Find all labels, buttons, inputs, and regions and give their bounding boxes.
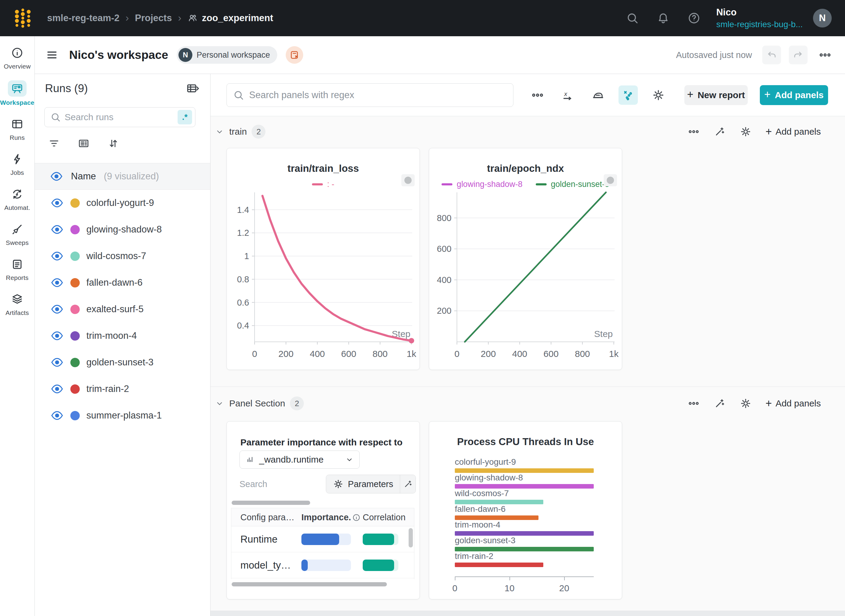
- search-icon[interactable]: [626, 12, 639, 25]
- group-list-icon[interactable]: [78, 137, 90, 150]
- metric-dropdown[interactable]: _wandb.runtime: [239, 450, 360, 469]
- run-name: colorful-yogurt-9: [87, 198, 154, 208]
- user-block[interactable]: Nico smle-registries-bug-b...: [716, 7, 803, 29]
- sidebar-item-artifacts[interactable]: Artifacts: [6, 292, 29, 317]
- panel-parameter-importance[interactable]: Parameter importance with respect to _wa…: [226, 421, 420, 599]
- breadcrumb-team[interactable]: smle-reg-team-2: [47, 13, 119, 23]
- section-title[interactable]: train: [229, 126, 247, 137]
- run-list-item[interactable]: wild-cosmos-7: [35, 243, 210, 269]
- sidebar-item-sweeps[interactable]: Sweeps: [6, 221, 29, 246]
- panel-overflow-menu-button[interactable]: [528, 85, 547, 105]
- param-table-row[interactable]: Runtime: [231, 526, 414, 552]
- sidebar-item-runs[interactable]: Runs: [10, 117, 25, 141]
- collapse-sidebar-icon[interactable]: [45, 48, 59, 62]
- help-icon[interactable]: [687, 12, 701, 25]
- visibility-eye-icon[interactable]: [50, 196, 64, 210]
- breadcrumb-projects[interactable]: Projects: [135, 13, 172, 23]
- run-list-item[interactable]: trim-moon-4: [35, 323, 210, 349]
- visibility-eye-icon[interactable]: [50, 223, 64, 236]
- panel-epoch-ndx[interactable]: train/epoch_ndx glowing-shadow-8golden-s…: [429, 148, 622, 370]
- new-report-button[interactable]: +New report: [684, 85, 748, 105]
- run-list-item[interactable]: colorful-yogurt-9: [35, 190, 210, 216]
- section-add-panels-button[interactable]: +Add panels: [766, 125, 821, 138]
- workspace-settings-button[interactable]: [649, 85, 668, 105]
- panel-search-box[interactable]: [226, 84, 513, 107]
- parameters-filter-button[interactable]: Parameters: [326, 475, 400, 493]
- runs-search-box[interactable]: .*: [44, 107, 195, 127]
- visibility-eye-icon[interactable]: [50, 409, 64, 422]
- breadcrumb-project[interactable]: zoo_experiment: [187, 13, 273, 23]
- panel-drag-handle[interactable]: [401, 174, 415, 186]
- filter-icon[interactable]: [48, 137, 60, 150]
- avatar[interactable]: N: [813, 9, 832, 28]
- runs-visibility-header[interactable]: Name (9 visualized): [35, 163, 210, 190]
- personal-workspace-badge[interactable]: N Personal workspace: [177, 46, 277, 64]
- chevron-down-icon[interactable]: [215, 399, 224, 408]
- smoothing-button[interactable]: [588, 85, 607, 105]
- horizontal-scrollbar[interactable]: [232, 582, 414, 587]
- add-panels-button[interactable]: +Add panels: [760, 85, 828, 105]
- column-header-correlation[interactable]: Correlation: [363, 512, 406, 522]
- overflow-menu-icon[interactable]: [819, 48, 832, 62]
- workspace-title[interactable]: Nico's workspace: [69, 48, 168, 62]
- sidebar-item-workspace[interactable]: Workspace: [0, 80, 34, 106]
- wandb-logo-icon[interactable]: [13, 8, 33, 28]
- column-header-config-param[interactable]: Config para…: [241, 512, 295, 522]
- wandb-workspace-app: smle-reg-team-2 › Projects › zoo_experim…: [0, 0, 845, 616]
- visibility-eye-icon[interactable]: [50, 249, 64, 263]
- visibility-eye-icon[interactable]: [50, 302, 64, 316]
- section-title[interactable]: Panel Section: [229, 398, 285, 409]
- chevron-down-icon[interactable]: [215, 127, 224, 136]
- dots-menu-icon[interactable]: [688, 397, 700, 409]
- svg-text:1.2: 1.2: [237, 228, 249, 238]
- param-table-row[interactable]: model_ty…: [231, 552, 414, 578]
- point-visualization-button[interactable]: [619, 85, 638, 105]
- vertical-scrollbar[interactable]: [409, 528, 413, 547]
- main-panel-area: x +New report +Add panels train 2 +Add p…: [210, 74, 845, 616]
- run-list-item[interactable]: golden-sunset-3: [35, 349, 210, 375]
- magic-wand-button[interactable]: [400, 475, 415, 493]
- gear-icon[interactable]: [739, 126, 752, 138]
- visibility-eye-icon[interactable]: [50, 356, 64, 369]
- user-org-link[interactable]: smle-registries-bug-b...: [716, 20, 803, 29]
- run-list-item[interactable]: trim-rain-2: [35, 375, 210, 402]
- sparkle-wand-icon[interactable]: [714, 126, 726, 138]
- sidebar-item-jobs[interactable]: Jobs: [10, 152, 25, 176]
- panel-search-input[interactable]: [249, 90, 507, 101]
- notifications-bell-icon[interactable]: [657, 12, 670, 25]
- gear-icon: [333, 479, 344, 490]
- team-people-icon: [187, 13, 198, 23]
- column-header-importance[interactable]: Importance.: [301, 512, 361, 522]
- panel-drag-handle[interactable]: [604, 174, 617, 186]
- runs-search-input[interactable]: [65, 112, 174, 122]
- regex-toggle-chip[interactable]: .*: [178, 110, 192, 125]
- gear-icon[interactable]: [739, 397, 752, 409]
- visibility-eye-icon[interactable]: [50, 382, 64, 396]
- visibility-eye-icon[interactable]: [50, 329, 64, 342]
- param-search-input[interactable]: [239, 479, 318, 489]
- visibility-eye-icon[interactable]: [50, 170, 63, 183]
- x-axis-settings-button[interactable]: x: [558, 85, 577, 105]
- sidebar-item-reports[interactable]: Reports: [6, 257, 29, 282]
- sparkle-wand-icon[interactable]: [714, 397, 726, 409]
- expand-runs-table-icon[interactable]: [184, 82, 201, 95]
- section-controls: +Add panels: [688, 125, 821, 138]
- section-add-panels-button[interactable]: +Add panels: [766, 397, 821, 410]
- undo-button[interactable]: [762, 45, 781, 64]
- sort-icon[interactable]: [107, 137, 119, 150]
- run-list-item[interactable]: fallen-dawn-6: [35, 269, 210, 296]
- unsaved-panels-chip[interactable]: [286, 46, 303, 64]
- visibility-eye-icon[interactable]: [50, 276, 64, 289]
- panel-train-loss[interactable]: train/train_loss : - 0.40.60.811.21.4020…: [226, 148, 420, 370]
- horizontal-scrollbar[interactable]: [232, 501, 414, 506]
- legend-item: golden-sunset-3: [536, 180, 609, 189]
- run-list-item[interactable]: exalted-surf-5: [35, 296, 210, 323]
- run-list-item[interactable]: glowing-shadow-8: [35, 216, 210, 243]
- sidebar-item-overview[interactable]: Overview: [4, 45, 31, 70]
- cpu-bar: [455, 531, 594, 536]
- dots-menu-icon[interactable]: [688, 126, 700, 138]
- redo-button[interactable]: [789, 45, 808, 64]
- sidebar-item-automations[interactable]: Automat.: [4, 186, 30, 211]
- run-list-item[interactable]: summer-plasma-1: [35, 402, 210, 429]
- panel-cpu-threads[interactable]: Process CPU Threads In Use colorful-yogu…: [429, 421, 622, 599]
